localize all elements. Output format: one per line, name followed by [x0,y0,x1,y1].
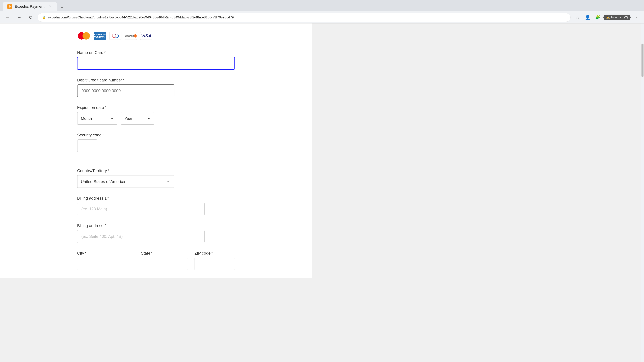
country-select[interactable]: United States of America Canada United K… [77,175,174,188]
browser-chrome: ✈ Expedia: Payment ✕ + ← → ↻ 🔒 expedia.c… [0,0,644,23]
billing-address-2-input[interactable] [77,230,204,243]
discover-text: DISCOVER [125,35,134,37]
billing-address-1-label: Billing address 1 * [77,196,235,201]
expiration-date-label: Expiration date * [77,105,235,110]
security-code-input[interactable] [77,139,97,152]
payment-cards-row: AMERICANEXPRESS DISCOVER VISA [77,31,235,40]
discover-icon: DISCOVER [125,32,137,40]
state-input[interactable] [141,258,188,270]
discover-dot [134,34,137,37]
zip-group: ZIP code * [194,251,235,270]
reload-button[interactable]: ↻ [26,13,35,22]
required-indicator: * [104,50,106,55]
new-tab-button[interactable]: + [58,3,66,11]
section-divider [77,160,235,160]
security-code-label: Security code * [77,133,235,137]
required-indicator-7: * [85,251,86,256]
card-number-label: Debit/Credit card number * [77,78,235,82]
required-indicator-5: * [108,168,109,173]
scrollbar-thumb[interactable] [642,43,644,77]
toolbar-actions: ☆ 👤 🧩 🕵 Incognito (2) ⋮ [573,13,641,22]
city-state-zip-row: City * State * ZIP code * [77,251,235,270]
security-code-group: Security code * [77,133,235,152]
incognito-icon: 🕵 [606,15,610,19]
year-select[interactable]: Year 2024 2025 2026 2027 2028 2029 2030 [121,112,154,125]
diners-logo [112,34,119,38]
card-number-input[interactable] [77,84,174,97]
billing-address-2-group: Billing address 2 [77,223,235,243]
month-select[interactable]: Month 01 02 03 04 05 06 07 08 09 10 11 1… [77,112,118,125]
mastercard-circles [78,32,90,39]
active-tab[interactable]: ✈ Expedia: Payment ✕ [3,2,57,11]
billing-address-2-label: Billing address 2 [77,223,235,228]
state-group: State * [141,251,188,270]
city-group: City * [77,251,134,270]
menu-button[interactable]: ⋮ [632,13,641,22]
payment-form: AMERICANEXPRESS DISCOVER VISA [70,31,242,270]
city-label: City * [77,251,134,256]
address-bar[interactable]: 🔒 expedia.com/CruiseCheckout?tripid=e17f… [38,13,570,22]
state-label: State * [141,251,188,256]
mastercard-icon [77,31,90,40]
billing-address-1-input[interactable] [77,203,204,215]
browser-toolbar: ← → ↻ 🔒 expedia.com/CruiseCheckout?tripi… [0,11,644,23]
bookmark-button[interactable]: ☆ [573,13,582,22]
back-button[interactable]: ← [3,13,12,22]
required-indicator-4: * [102,133,104,137]
lock-icon: 🔒 [42,15,46,19]
expiration-date-group: Expiration date * Month 01 02 03 04 05 0… [77,105,235,125]
expiry-selects-row: Month 01 02 03 04 05 06 07 08 09 10 11 1… [77,112,235,125]
name-on-card-group: Name on Card * [77,50,235,70]
scrollbar[interactable] [641,23,644,362]
expedia-favicon: ✈ [8,4,12,9]
tab-title: Expedia: Payment [14,4,44,9]
name-on-card-input[interactable] [77,57,235,70]
extensions-button[interactable]: 🧩 [593,13,602,22]
sidebar-area [312,23,644,278]
url-text: expedia.com/CruiseCheckout?tripid=e17f8e… [48,15,234,19]
incognito-badge: 🕵 Incognito (2) [604,14,630,20]
required-indicator-3: * [105,105,106,110]
diners-icon [109,32,122,40]
amex-icon: AMERICANEXPRESS [94,32,106,40]
incognito-label: Incognito (2) [611,15,628,19]
main-content: AMERICANEXPRESS DISCOVER VISA [0,23,312,278]
required-indicator-8: * [151,251,152,256]
profile-button[interactable]: 👤 [583,13,592,22]
zip-label: ZIP code * [194,251,235,256]
required-indicator-6: * [107,196,109,201]
required-indicator-2: * [123,78,124,82]
page-layout: AMERICANEXPRESS DISCOVER VISA [0,23,644,278]
city-input[interactable] [77,258,134,270]
visa-icon: VISA [140,32,152,40]
required-indicator-9: * [211,251,213,256]
browser-tabs: ✈ Expedia: Payment ✕ + [0,0,644,11]
country-group: Country/Territory * United States of Ame… [77,168,235,188]
forward-button[interactable]: → [15,13,24,22]
country-label: Country/Territory * [77,168,235,173]
diners-circle-left [112,34,116,38]
tab-close-button[interactable]: ✕ [48,4,52,8]
card-number-group: Debit/Credit card number * [77,78,235,97]
name-on-card-label: Name on Card * [77,50,235,55]
billing-address-1-group: Billing address 1 * [77,196,235,215]
zip-input[interactable] [194,258,235,270]
mastercard-orange-circle [82,32,90,39]
